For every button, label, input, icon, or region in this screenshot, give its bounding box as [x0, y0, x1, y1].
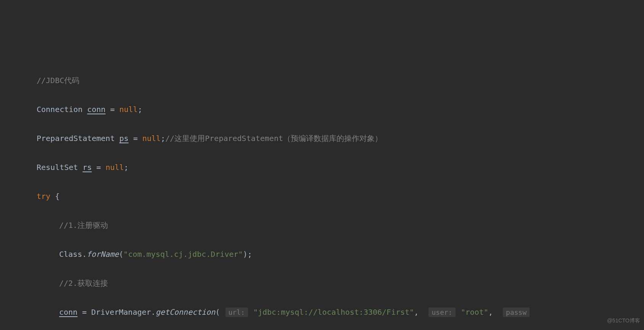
code-line[interactable]: Class.forName("com.mysql.cj.jdbc.Driver"…: [0, 247, 644, 261]
text: (: [119, 250, 124, 259]
watermark-label: @51CTO博客: [607, 313, 640, 328]
comment: //1.注册驱动: [59, 221, 108, 230]
string-literal: "jdbc:mysql://localhost:3306/First": [249, 308, 414, 317]
type: ResultSet: [37, 163, 82, 172]
comment: //这里使用PreparedStatement（预编译数据库的操作对象）: [165, 134, 382, 143]
variable: ps: [119, 134, 129, 143]
code-line[interactable]: //1.注册驱动: [0, 218, 644, 232]
code-line[interactable]: Connection conn = null;: [0, 102, 644, 117]
code-line[interactable]: try {: [0, 189, 644, 203]
text: =: [106, 105, 119, 114]
code-line[interactable]: //2.获取连接: [0, 276, 644, 290]
string-literal: "com.mysql.cj.jdbc.Driver": [124, 250, 243, 259]
code-line[interactable]: conn = DriverManager.getConnection( url:…: [0, 305, 644, 319]
variable: conn: [59, 308, 77, 317]
string-literal: "root": [456, 308, 488, 317]
text: = DriverManager.: [77, 308, 156, 317]
variable: conn: [87, 105, 105, 114]
comment: //JDBC代码: [37, 76, 79, 85]
param-hint: url:: [225, 308, 248, 317]
text: ;: [124, 163, 129, 172]
text: ,: [414, 308, 428, 317]
class: Class.: [59, 250, 87, 259]
code-line[interactable]: ResultSet rs = null;: [0, 160, 644, 175]
param-hint: passw: [503, 308, 530, 317]
param-hint: user:: [428, 308, 455, 317]
brace: {: [55, 192, 60, 201]
keyword-null: null: [142, 134, 161, 143]
text: );: [243, 250, 252, 259]
text: =: [92, 163, 106, 172]
keyword-null: null: [106, 163, 124, 172]
keyword-try: try: [37, 192, 55, 201]
text: ;: [138, 105, 142, 114]
text: (: [215, 308, 224, 317]
type: PreparedStatement: [37, 134, 119, 143]
code-line[interactable]: PreparedStatement ps = null;//这里使用Prepar…: [0, 131, 644, 146]
keyword-null: null: [119, 105, 138, 114]
text: =: [129, 134, 142, 143]
method: forName: [87, 250, 119, 259]
text: ,: [488, 308, 502, 317]
type: Connection: [37, 105, 87, 114]
code-editor[interactable]: //JDBC代码 Connection conn = null; Prepare…: [0, 58, 644, 330]
comment: //2.获取连接: [59, 279, 108, 288]
text: ;: [161, 134, 165, 143]
method: getConnection: [156, 308, 216, 317]
variable: rs: [82, 163, 92, 172]
code-line[interactable]: //JDBC代码: [0, 73, 644, 88]
